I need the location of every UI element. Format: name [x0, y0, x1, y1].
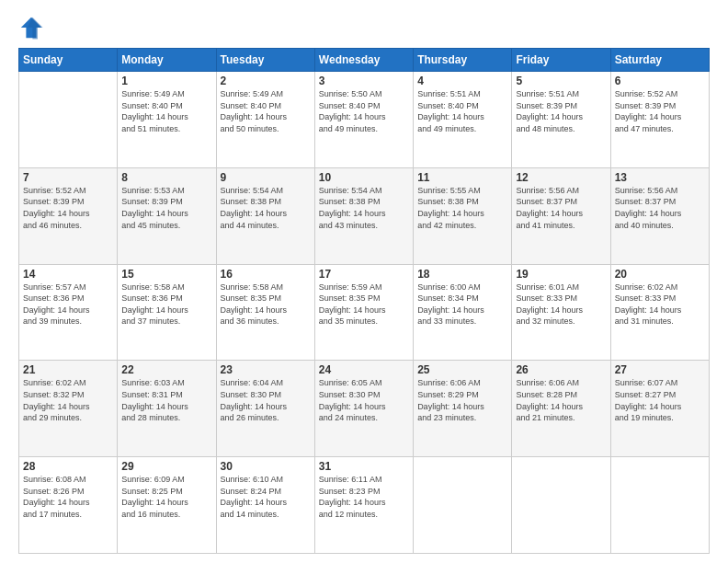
day-cell: 4Sunrise: 5:51 AM Sunset: 8:40 PM Daylig…	[414, 72, 512, 168]
day-cell: 16Sunrise: 5:58 AM Sunset: 8:35 PM Dayli…	[216, 264, 314, 361]
day-cell: 15Sunrise: 5:58 AM Sunset: 8:36 PM Dayli…	[118, 264, 216, 361]
day-number: 30	[221, 460, 311, 473]
header-cell-thursday: Thursday	[414, 49, 512, 72]
day-info: Sunrise: 5:53 AM Sunset: 8:39 PM Dayligh…	[121, 185, 211, 231]
day-number: 4	[417, 75, 507, 87]
day-info: Sunrise: 5:49 AM Sunset: 8:40 PM Dayligh…	[121, 88, 211, 134]
day-info: Sunrise: 6:08 AM Sunset: 8:26 PM Dayligh…	[23, 474, 113, 520]
day-cell: 5Sunrise: 5:51 AM Sunset: 8:39 PM Daylig…	[512, 72, 610, 168]
day-info: Sunrise: 5:57 AM Sunset: 8:36 PM Dayligh…	[23, 282, 113, 327]
day-info: Sunrise: 5:51 AM Sunset: 8:39 PM Dayligh…	[516, 88, 606, 134]
day-cell: 19Sunrise: 6:01 AM Sunset: 8:33 PM Dayli…	[512, 264, 610, 361]
day-number: 11	[417, 171, 507, 184]
day-info: Sunrise: 6:02 AM Sunset: 8:33 PM Dayligh…	[615, 282, 705, 327]
header	[18, 15, 710, 40]
day-number: 8	[121, 171, 211, 184]
day-cell: 18Sunrise: 6:00 AM Sunset: 8:34 PM Dayli…	[414, 264, 512, 361]
week-row-1: 7Sunrise: 5:52 AM Sunset: 8:39 PM Daylig…	[19, 167, 710, 264]
day-info: Sunrise: 5:59 AM Sunset: 8:35 PM Dayligh…	[319, 282, 409, 327]
day-cell: 30Sunrise: 6:10 AM Sunset: 8:24 PM Dayli…	[216, 457, 314, 554]
day-info: Sunrise: 6:00 AM Sunset: 8:34 PM Dayligh…	[417, 282, 507, 327]
day-info: Sunrise: 5:52 AM Sunset: 8:39 PM Dayligh…	[23, 185, 113, 231]
day-info: Sunrise: 6:06 AM Sunset: 8:28 PM Dayligh…	[516, 377, 606, 423]
header-cell-wednesday: Wednesday	[314, 49, 413, 72]
day-number: 28	[23, 460, 113, 473]
day-cell	[610, 457, 709, 554]
day-cell	[414, 457, 512, 554]
day-cell	[19, 72, 118, 168]
day-info: Sunrise: 6:06 AM Sunset: 8:29 PM Dayligh…	[417, 377, 507, 423]
day-cell: 9Sunrise: 5:54 AM Sunset: 8:38 PM Daylig…	[216, 167, 314, 264]
day-cell: 23Sunrise: 6:04 AM Sunset: 8:30 PM Dayli…	[216, 361, 314, 457]
day-info: Sunrise: 6:02 AM Sunset: 8:32 PM Dayligh…	[23, 377, 113, 423]
day-number: 29	[121, 460, 211, 473]
day-cell: 7Sunrise: 5:52 AM Sunset: 8:39 PM Daylig…	[19, 167, 118, 264]
day-number: 18	[417, 268, 507, 281]
day-number: 24	[319, 363, 409, 376]
day-info: Sunrise: 5:56 AM Sunset: 8:37 PM Dayligh…	[516, 185, 606, 231]
day-cell: 3Sunrise: 5:50 AM Sunset: 8:40 PM Daylig…	[314, 72, 413, 168]
day-number: 19	[516, 268, 606, 281]
logo	[18, 15, 48, 40]
page: SundayMondayTuesdayWednesdayThursdayFrid…	[0, 0, 728, 563]
day-info: Sunrise: 5:54 AM Sunset: 8:38 PM Dayligh…	[221, 185, 311, 231]
day-number: 31	[319, 460, 409, 473]
day-number: 16	[221, 268, 311, 281]
day-cell: 14Sunrise: 5:57 AM Sunset: 8:36 PM Dayli…	[19, 264, 118, 361]
day-cell: 25Sunrise: 6:06 AM Sunset: 8:29 PM Dayli…	[414, 361, 512, 457]
logo-icon	[18, 15, 44, 40]
week-row-3: 21Sunrise: 6:02 AM Sunset: 8:32 PM Dayli…	[19, 361, 710, 457]
day-info: Sunrise: 5:58 AM Sunset: 8:36 PM Dayligh…	[121, 282, 211, 327]
day-number: 25	[417, 363, 507, 376]
day-info: Sunrise: 5:55 AM Sunset: 8:38 PM Dayligh…	[417, 185, 507, 231]
header-cell-sunday: Sunday	[19, 49, 118, 72]
day-number: 3	[319, 75, 409, 87]
day-cell: 27Sunrise: 6:07 AM Sunset: 8:27 PM Dayli…	[610, 361, 709, 457]
day-number: 15	[121, 268, 211, 281]
day-cell: 11Sunrise: 5:55 AM Sunset: 8:38 PM Dayli…	[414, 167, 512, 264]
day-cell: 24Sunrise: 6:05 AM Sunset: 8:30 PM Dayli…	[314, 361, 413, 457]
day-cell: 12Sunrise: 5:56 AM Sunset: 8:37 PM Dayli…	[512, 167, 610, 264]
day-cell: 6Sunrise: 5:52 AM Sunset: 8:39 PM Daylig…	[610, 72, 709, 168]
day-number: 10	[319, 171, 409, 184]
day-number: 5	[516, 75, 606, 87]
header-row: SundayMondayTuesdayWednesdayThursdayFrid…	[19, 49, 710, 72]
day-number: 27	[615, 363, 705, 376]
calendar-header: SundayMondayTuesdayWednesdayThursdayFrid…	[19, 49, 710, 72]
day-info: Sunrise: 6:05 AM Sunset: 8:30 PM Dayligh…	[319, 377, 409, 423]
day-number: 20	[615, 268, 705, 281]
week-row-0: 1Sunrise: 5:49 AM Sunset: 8:40 PM Daylig…	[19, 72, 710, 168]
day-cell: 21Sunrise: 6:02 AM Sunset: 8:32 PM Dayli…	[19, 361, 118, 457]
day-cell: 1Sunrise: 5:49 AM Sunset: 8:40 PM Daylig…	[118, 72, 216, 168]
header-cell-saturday: Saturday	[610, 49, 709, 72]
day-info: Sunrise: 6:04 AM Sunset: 8:30 PM Dayligh…	[221, 377, 311, 423]
day-info: Sunrise: 6:10 AM Sunset: 8:24 PM Dayligh…	[221, 474, 311, 520]
day-number: 13	[615, 171, 705, 184]
day-number: 23	[221, 363, 311, 376]
day-info: Sunrise: 5:54 AM Sunset: 8:38 PM Dayligh…	[319, 185, 409, 231]
day-cell: 31Sunrise: 6:11 AM Sunset: 8:23 PM Dayli…	[314, 457, 413, 554]
header-cell-tuesday: Tuesday	[216, 49, 314, 72]
day-cell: 29Sunrise: 6:09 AM Sunset: 8:25 PM Dayli…	[118, 457, 216, 554]
header-cell-monday: Monday	[118, 49, 216, 72]
day-cell: 20Sunrise: 6:02 AM Sunset: 8:33 PM Dayli…	[610, 264, 709, 361]
header-cell-friday: Friday	[512, 49, 610, 72]
day-cell: 2Sunrise: 5:49 AM Sunset: 8:40 PM Daylig…	[216, 72, 314, 168]
day-info: Sunrise: 5:52 AM Sunset: 8:39 PM Dayligh…	[615, 88, 705, 134]
day-info: Sunrise: 6:09 AM Sunset: 8:25 PM Dayligh…	[121, 474, 211, 520]
day-cell: 10Sunrise: 5:54 AM Sunset: 8:38 PM Dayli…	[314, 167, 413, 264]
calendar-table: SundayMondayTuesdayWednesdayThursdayFrid…	[18, 48, 710, 554]
day-cell: 28Sunrise: 6:08 AM Sunset: 8:26 PM Dayli…	[19, 457, 118, 554]
day-info: Sunrise: 6:03 AM Sunset: 8:31 PM Dayligh…	[121, 377, 211, 423]
week-row-2: 14Sunrise: 5:57 AM Sunset: 8:36 PM Dayli…	[19, 264, 710, 361]
day-number: 22	[121, 363, 211, 376]
day-info: Sunrise: 5:50 AM Sunset: 8:40 PM Dayligh…	[319, 88, 409, 134]
day-info: Sunrise: 6:01 AM Sunset: 8:33 PM Dayligh…	[516, 282, 606, 327]
day-cell	[512, 457, 610, 554]
day-number: 12	[516, 171, 606, 184]
week-row-4: 28Sunrise: 6:08 AM Sunset: 8:26 PM Dayli…	[19, 457, 710, 554]
day-number: 9	[221, 171, 311, 184]
day-number: 21	[23, 363, 113, 376]
day-number: 6	[615, 75, 705, 87]
day-number: 7	[23, 171, 113, 184]
